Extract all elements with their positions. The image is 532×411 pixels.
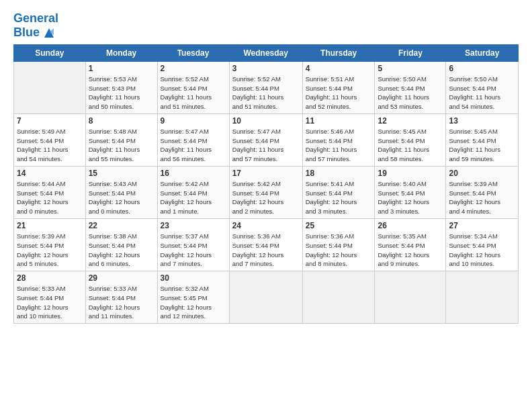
day-number: 14 — [17, 169, 83, 178]
day-number: 28 — [17, 273, 83, 283]
day-info: Sunrise: 5:32 AM Sunset: 5:45 PM Dayligh… — [161, 284, 226, 321]
day-info: Sunrise: 5:43 AM Sunset: 5:44 PM Dayligh… — [89, 179, 154, 216]
day-number: 5 — [378, 64, 443, 73]
day-info: Sunrise: 5:49 AM Sunset: 5:44 PM Dayligh… — [17, 127, 83, 164]
day-cell — [375, 271, 446, 324]
day-number: 15 — [89, 169, 154, 178]
day-cell: 16Sunrise: 5:42 AM Sunset: 5:44 PM Dayli… — [157, 166, 229, 218]
logo: General Blue — [13, 12, 58, 40]
day-cell: 23Sunrise: 5:37 AM Sunset: 5:44 PM Dayli… — [157, 218, 229, 271]
day-number: 18 — [306, 169, 372, 178]
week-row-4: 21Sunrise: 5:39 AM Sunset: 5:44 PM Dayli… — [14, 218, 519, 271]
day-info: Sunrise: 5:50 AM Sunset: 5:44 PM Dayligh… — [378, 75, 443, 111]
day-cell: 5Sunrise: 5:50 AM Sunset: 5:44 PM Daylig… — [375, 61, 446, 113]
day-cell: 19Sunrise: 5:40 AM Sunset: 5:44 PM Dayli… — [375, 166, 446, 218]
day-info: Sunrise: 5:45 AM Sunset: 5:44 PM Dayligh… — [449, 127, 515, 164]
day-info: Sunrise: 5:40 AM Sunset: 5:44 PM Dayligh… — [378, 179, 443, 216]
day-info: Sunrise: 5:38 AM Sunset: 5:44 PM Dayligh… — [89, 232, 154, 269]
day-cell: 27Sunrise: 5:34 AM Sunset: 5:44 PM Dayli… — [446, 218, 519, 271]
day-info: Sunrise: 5:48 AM Sunset: 5:44 PM Dayligh… — [89, 127, 154, 164]
day-cell: 8Sunrise: 5:48 AM Sunset: 5:44 PM Daylig… — [85, 113, 157, 166]
day-info: Sunrise: 5:34 AM Sunset: 5:44 PM Dayligh… — [449, 232, 515, 269]
day-info: Sunrise: 5:50 AM Sunset: 5:44 PM Dayligh… — [449, 75, 515, 111]
day-info: Sunrise: 5:39 AM Sunset: 5:44 PM Dayligh… — [17, 232, 83, 269]
day-cell — [446, 271, 519, 324]
day-cell: 26Sunrise: 5:35 AM Sunset: 5:44 PM Dayli… — [375, 218, 446, 271]
col-header-thursday: Thursday — [302, 44, 375, 61]
day-number: 17 — [232, 169, 300, 178]
day-cell: 6Sunrise: 5:50 AM Sunset: 5:44 PM Daylig… — [446, 61, 519, 113]
day-number: 8 — [89, 116, 154, 126]
day-cell: 11Sunrise: 5:46 AM Sunset: 5:44 PM Dayli… — [302, 113, 375, 166]
day-number: 1 — [89, 64, 154, 73]
day-info: Sunrise: 5:44 AM Sunset: 5:44 PM Dayligh… — [17, 179, 83, 216]
col-header-tuesday: Tuesday — [157, 44, 229, 61]
day-number: 2 — [161, 64, 226, 73]
day-cell — [14, 61, 86, 113]
day-info: Sunrise: 5:39 AM Sunset: 5:44 PM Dayligh… — [449, 179, 515, 216]
day-number: 4 — [306, 64, 372, 73]
day-number: 23 — [161, 221, 226, 230]
day-number: 12 — [378, 116, 443, 126]
day-info: Sunrise: 5:37 AM Sunset: 5:44 PM Dayligh… — [161, 232, 226, 269]
day-number: 6 — [449, 64, 515, 73]
header: General Blue — [13, 12, 519, 40]
day-info: Sunrise: 5:52 AM Sunset: 5:44 PM Dayligh… — [161, 75, 226, 111]
header-row: SundayMondayTuesdayWednesdayThursdayFrid… — [14, 44, 519, 61]
day-info: Sunrise: 5:51 AM Sunset: 5:44 PM Dayligh… — [306, 75, 372, 111]
day-number: 16 — [161, 169, 226, 178]
page: General Blue SundayMondayTuesdayWednesda… — [0, 0, 532, 332]
day-number: 13 — [449, 116, 515, 126]
day-info: Sunrise: 5:53 AM Sunset: 5:43 PM Dayligh… — [89, 75, 154, 111]
day-number: 25 — [306, 221, 372, 230]
day-cell: 18Sunrise: 5:41 AM Sunset: 5:44 PM Dayli… — [302, 166, 375, 218]
col-header-sunday: Sunday — [14, 44, 86, 61]
day-number: 26 — [378, 221, 443, 230]
day-cell: 25Sunrise: 5:36 AM Sunset: 5:44 PM Dayli… — [302, 218, 375, 271]
calendar-table: SundayMondayTuesdayWednesdayThursdayFrid… — [13, 44, 519, 324]
col-header-saturday: Saturday — [446, 44, 519, 61]
day-number: 22 — [89, 221, 154, 230]
day-cell: 28Sunrise: 5:33 AM Sunset: 5:44 PM Dayli… — [14, 271, 86, 324]
day-number: 27 — [449, 221, 515, 230]
day-cell: 13Sunrise: 5:45 AM Sunset: 5:44 PM Dayli… — [446, 113, 519, 166]
day-info: Sunrise: 5:42 AM Sunset: 5:44 PM Dayligh… — [232, 179, 300, 216]
day-cell: 21Sunrise: 5:39 AM Sunset: 5:44 PM Dayli… — [14, 218, 86, 271]
day-cell: 3Sunrise: 5:52 AM Sunset: 5:44 PM Daylig… — [229, 61, 302, 113]
week-row-2: 7Sunrise: 5:49 AM Sunset: 5:44 PM Daylig… — [14, 113, 519, 166]
day-info: Sunrise: 5:33 AM Sunset: 5:44 PM Dayligh… — [17, 284, 83, 321]
day-cell: 24Sunrise: 5:36 AM Sunset: 5:44 PM Dayli… — [229, 218, 302, 271]
day-cell — [302, 271, 375, 324]
day-info: Sunrise: 5:36 AM Sunset: 5:44 PM Dayligh… — [306, 232, 372, 269]
day-number: 10 — [232, 116, 300, 126]
logo-blue: Blue — [13, 26, 58, 40]
day-number: 11 — [306, 116, 372, 126]
day-number: 3 — [232, 64, 300, 73]
day-info: Sunrise: 5:46 AM Sunset: 5:44 PM Dayligh… — [306, 127, 372, 164]
day-info: Sunrise: 5:52 AM Sunset: 5:44 PM Dayligh… — [232, 75, 300, 111]
day-cell: 22Sunrise: 5:38 AM Sunset: 5:44 PM Dayli… — [85, 218, 157, 271]
day-info: Sunrise: 5:42 AM Sunset: 5:44 PM Dayligh… — [161, 179, 226, 216]
logo-icon — [42, 26, 56, 40]
day-info: Sunrise: 5:33 AM Sunset: 5:44 PM Dayligh… — [89, 284, 154, 321]
day-cell: 17Sunrise: 5:42 AM Sunset: 5:44 PM Dayli… — [229, 166, 302, 218]
day-cell: 9Sunrise: 5:47 AM Sunset: 5:44 PM Daylig… — [157, 113, 229, 166]
day-cell: 2Sunrise: 5:52 AM Sunset: 5:44 PM Daylig… — [157, 61, 229, 113]
day-info: Sunrise: 5:41 AM Sunset: 5:44 PM Dayligh… — [306, 179, 372, 216]
day-number: 19 — [378, 169, 443, 178]
day-info: Sunrise: 5:35 AM Sunset: 5:44 PM Dayligh… — [378, 232, 443, 269]
week-row-3: 14Sunrise: 5:44 AM Sunset: 5:44 PM Dayli… — [14, 166, 519, 218]
day-cell: 4Sunrise: 5:51 AM Sunset: 5:44 PM Daylig… — [302, 61, 375, 113]
day-number: 21 — [17, 221, 83, 230]
day-cell: 7Sunrise: 5:49 AM Sunset: 5:44 PM Daylig… — [14, 113, 86, 166]
col-header-monday: Monday — [85, 44, 157, 61]
day-number: 29 — [89, 273, 154, 283]
week-row-5: 28Sunrise: 5:33 AM Sunset: 5:44 PM Dayli… — [14, 271, 519, 324]
day-cell: 30Sunrise: 5:32 AM Sunset: 5:45 PM Dayli… — [157, 271, 229, 324]
day-number: 9 — [161, 116, 226, 126]
day-info: Sunrise: 5:47 AM Sunset: 5:44 PM Dayligh… — [161, 127, 226, 164]
day-number: 24 — [232, 221, 300, 230]
day-cell — [229, 271, 302, 324]
day-number: 30 — [161, 273, 226, 283]
day-cell: 20Sunrise: 5:39 AM Sunset: 5:44 PM Dayli… — [446, 166, 519, 218]
